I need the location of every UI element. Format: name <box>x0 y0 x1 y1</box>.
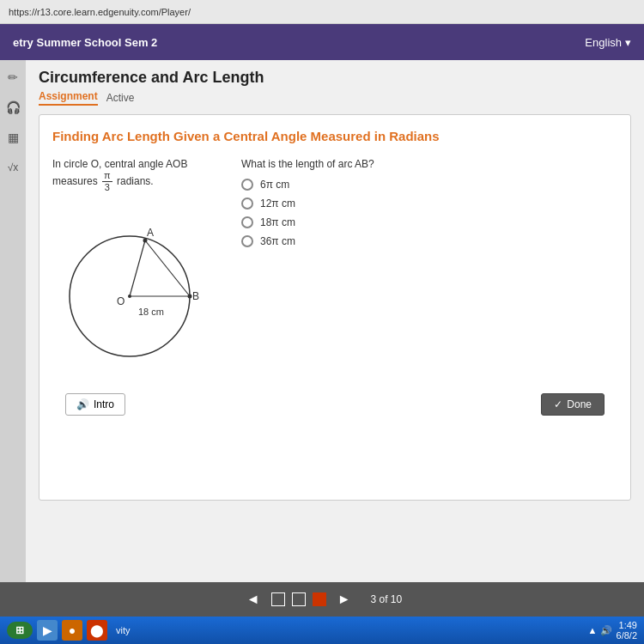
chevron-down-icon: ▾ <box>625 36 631 49</box>
fraction: π 3 <box>102 170 112 193</box>
card-heading: Finding Arc Length Given a Central Angle… <box>52 128 617 145</box>
taskbar-icon-2[interactable]: ● <box>62 620 82 641</box>
tab-assignment[interactable]: Assignment <box>39 90 98 106</box>
media-square-2[interactable] <box>292 592 306 606</box>
svg-text:B: B <box>192 290 199 302</box>
content-panel: Circumference and Arc Length Assignment … <box>26 60 644 582</box>
activity-label: vity <box>116 625 131 635</box>
option-3-label: 18π cm <box>260 216 295 228</box>
circle-diagram: A O B 18 cm ↖ <box>52 202 207 374</box>
intro-button[interactable]: 🔊 Intro <box>65 393 125 416</box>
browser-bar: https://r13.core.learn.edgenuity.com/Pla… <box>0 0 644 24</box>
tab-active: Active <box>106 92 135 104</box>
problem-text: In circle O, central angle AOB measures … <box>52 158 224 193</box>
prev-button[interactable]: ◄ <box>242 592 264 607</box>
browser-url: https://r13.core.learn.edgenuity.com/Pla… <box>9 7 191 17</box>
next-button[interactable]: ► <box>333 592 355 607</box>
diagram-area: In circle O, central angle AOB measures … <box>52 158 224 376</box>
taskbar-right: ▲ 🔊 1:49 6/8/2 <box>588 620 637 641</box>
taskbar-left: ⊞ ▶ ● ⬤ vity <box>7 620 131 641</box>
app-header: etry Summer School Sem 2 English ▾ <box>0 24 644 60</box>
page-title: Circumference and Arc Length <box>39 69 631 87</box>
language-label: English <box>585 36 622 49</box>
clock: 1:49 <box>617 620 637 630</box>
tab-bar: Assignment Active <box>39 90 631 106</box>
taskbar: ⊞ ▶ ● ⬤ vity ▲ 🔊 1:49 6/8/2 <box>0 617 644 644</box>
svg-line-4 <box>130 240 145 296</box>
taskbar-icon-3[interactable]: ⬤ <box>87 620 107 641</box>
media-bar: ◄ ► 3 of 10 <box>0 582 644 617</box>
svg-text:O: O <box>117 295 125 307</box>
answer-question: What is the length of arc AB? <box>241 158 617 170</box>
radio-2[interactable] <box>241 197 253 210</box>
language-selector[interactable]: English ▾ <box>585 36 631 49</box>
system-tray: ▲ 🔊 <box>588 625 612 636</box>
svg-text:A: A <box>147 227 154 239</box>
date: 6/8/2 <box>617 630 637 641</box>
radio-3[interactable] <box>241 216 253 228</box>
card-bottom-nav: 🔊 Intro ✓ Done <box>52 385 617 424</box>
option-4-label: 36π cm <box>260 235 295 247</box>
taskbar-icon-1[interactable]: ▶ <box>37 620 58 641</box>
option-1-label: 6π cm <box>260 179 289 191</box>
speaker-icon: 🔊 <box>76 398 89 410</box>
page-counter: 3 of 10 <box>370 593 402 605</box>
option-1[interactable]: 6π cm <box>241 179 617 191</box>
sidebar: ✏ 🎧 ▦ √x <box>0 60 26 582</box>
app-title: etry Summer School Sem 2 <box>13 36 157 49</box>
question-body: In circle O, central angle AOB measures … <box>52 158 617 376</box>
svg-text:18 cm: 18 cm <box>138 307 164 317</box>
pencil-icon[interactable]: ✏ <box>4 69 21 86</box>
start-button[interactable]: ⊞ <box>7 622 33 639</box>
option-4[interactable]: 36π cm <box>241 235 617 247</box>
radio-1[interactable] <box>241 179 253 191</box>
option-2[interactable]: 12π cm <box>241 197 617 210</box>
question-card: Finding Arc Length Given a Central Angle… <box>39 114 631 501</box>
option-2-label: 12π cm <box>260 197 295 210</box>
headphone-icon[interactable]: 🎧 <box>4 99 21 116</box>
done-button[interactable]: ✓ Done <box>541 393 605 416</box>
sqrt-icon[interactable]: √x <box>4 159 21 176</box>
media-controls: ◄ ► 3 of 10 <box>0 592 644 607</box>
calculator-icon[interactable]: ▦ <box>4 129 21 146</box>
time-display: 1:49 6/8/2 <box>617 620 637 641</box>
answer-area: What is the length of arc AB? 6π cm 12π … <box>241 158 617 376</box>
check-icon: ✓ <box>554 398 562 410</box>
media-square-red[interactable] <box>313 592 326 606</box>
radio-4[interactable] <box>241 235 253 247</box>
main-content: ✏ 🎧 ▦ √x Circumference and Arc Length As… <box>0 60 644 582</box>
option-3[interactable]: 18π cm <box>241 216 617 228</box>
media-square-1[interactable] <box>271 592 285 606</box>
